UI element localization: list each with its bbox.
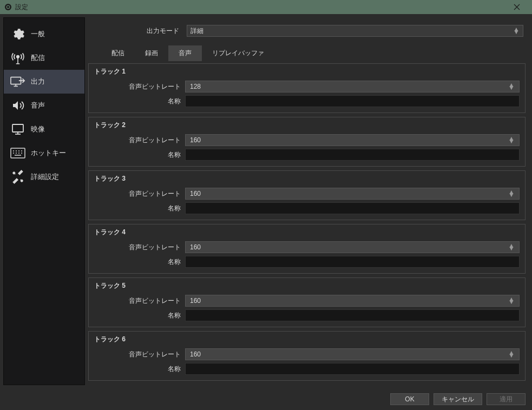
sidebar-item-advanced[interactable]: 詳細設定: [4, 165, 84, 189]
tab-replay-buffer[interactable]: リプレイバッファ: [202, 45, 274, 61]
svg-point-3: [17, 56, 19, 58]
output-mode-label: 出力モード: [90, 27, 182, 36]
sidebar-item-label: ホットキー: [31, 148, 66, 158]
select-arrows-icon: ▲▼: [508, 352, 515, 357]
window-body: 一般 配信 出力 音声 映像: [0, 14, 532, 388]
sidebar-item-label: 出力: [31, 77, 45, 87]
track-bitrate-label: 音声ビットレート: [94, 296, 181, 306]
broadcast-icon: [10, 51, 25, 64]
output-icon: [10, 75, 25, 88]
sidebar-item-label: 音声: [31, 101, 45, 110]
track-group: トラック 2 音声ビットレート 160 ▲▼ 名称: [88, 117, 526, 167]
output-mode-value: 詳細: [191, 27, 203, 36]
tools-icon: [10, 170, 25, 183]
track-name-input[interactable]: [185, 256, 520, 268]
sidebar-item-label: 詳細設定: [31, 172, 59, 182]
track-name-label: 名称: [94, 365, 181, 374]
track-bitrate-select[interactable]: 160 ▲▼: [185, 134, 520, 146]
track-name-input[interactable]: [185, 95, 520, 107]
track-bitrate-label: 音声ビットレート: [94, 136, 181, 145]
track-bitrate-value: 128: [190, 83, 201, 90]
track-name-row: 名称: [94, 95, 520, 107]
track-bitrate-select[interactable]: 128 ▲▼: [185, 81, 520, 92]
select-arrows-icon: ▲▼: [508, 84, 515, 89]
track-bitrate-select[interactable]: 160 ▲▼: [185, 241, 520, 253]
track-bitrate-label: 音声ビットレート: [94, 350, 181, 359]
track-bitrate-row: 音声ビットレート 160 ▲▼: [94, 241, 520, 253]
tracks-container: トラック 1 音声ビットレート 128 ▲▼ 名称 トラック 2 音声ビットレー…: [88, 63, 526, 382]
track-bitrate-select[interactable]: 160 ▲▼: [185, 188, 520, 200]
select-arrows-icon: ▲▼: [508, 137, 515, 143]
cancel-button[interactable]: キャンセル: [434, 393, 482, 405]
track-bitrate-label: 音声ビットレート: [94, 243, 181, 252]
track-bitrate-label: 音声ビットレート: [94, 189, 181, 199]
track-name-label: 名称: [94, 257, 181, 267]
track-name-input[interactable]: [185, 202, 520, 214]
sidebar-item-hotkeys[interactable]: ホットキー: [4, 141, 84, 165]
track-group: トラック 3 音声ビットレート 160 ▲▼ 名称: [88, 170, 526, 220]
speaker-icon: [10, 99, 25, 112]
window-title: 設定: [15, 3, 28, 12]
sidebar-item-stream[interactable]: 配信: [4, 46, 84, 70]
sidebar-item-label: 配信: [31, 53, 45, 63]
track-bitrate-row: 音声ビットレート 160 ▲▼: [94, 295, 520, 307]
svg-rect-12: [11, 148, 25, 158]
titlebar-left: 設定: [4, 3, 28, 12]
track-name-label: 名称: [94, 97, 181, 106]
sidebar-item-output[interactable]: 出力: [4, 70, 84, 94]
svg-point-2: [7, 6, 9, 8]
track-name-input[interactable]: [185, 309, 520, 321]
track-bitrate-value: 160: [190, 190, 201, 197]
track-title: トラック 5: [94, 281, 520, 290]
track-bitrate-label: 音声ビットレート: [94, 82, 181, 91]
select-arrows-icon: ▲▼: [513, 28, 520, 34]
track-title: トラック 1: [94, 67, 520, 76]
track-bitrate-select[interactable]: 160 ▲▼: [185, 348, 520, 360]
track-name-label: 名称: [94, 311, 181, 320]
apply-button[interactable]: 適用: [487, 393, 526, 405]
track-title: トラック 4: [94, 228, 520, 237]
track-name-row: 名称: [94, 309, 520, 321]
track-group: トラック 6 音声ビットレート 160 ▲▼ 名称: [88, 331, 526, 381]
track-bitrate-value: 160: [190, 351, 201, 358]
track-title: トラック 2: [94, 121, 520, 130]
sidebar-item-video[interactable]: 映像: [4, 117, 84, 141]
output-mode-row: 出力モード 詳細 ▲▼: [88, 25, 526, 37]
tab-record[interactable]: 録画: [135, 45, 168, 61]
track-bitrate-value: 160: [190, 136, 201, 144]
sidebar-item-audio[interactable]: 音声: [4, 94, 84, 117]
track-bitrate-row: 音声ビットレート 160 ▲▼: [94, 188, 520, 200]
track-title: トラック 3: [94, 174, 520, 183]
track-name-row: 名称: [94, 256, 520, 268]
track-name-input[interactable]: [185, 363, 520, 375]
track-bitrate-row: 音声ビットレート 160 ▲▼: [94, 134, 520, 146]
track-name-input[interactable]: [185, 149, 520, 161]
track-bitrate-value: 160: [190, 243, 201, 251]
titlebar: 設定: [0, 0, 532, 14]
output-mode-select[interactable]: 詳細 ▲▼: [187, 25, 523, 37]
track-name-label: 名称: [94, 150, 181, 160]
track-bitrate-row: 音声ビットレート 128 ▲▼: [94, 81, 520, 92]
tab-stream[interactable]: 配信: [101, 45, 135, 61]
track-title: トラック 6: [94, 335, 520, 344]
tab-audio[interactable]: 音声: [168, 45, 202, 61]
track-group: トラック 1 音声ビットレート 128 ▲▼ 名称: [88, 63, 526, 113]
track-bitrate-row: 音声ビットレート 160 ▲▼: [94, 348, 520, 360]
track-bitrate-value: 160: [190, 297, 201, 305]
tabs: 配信 録画 音声 リプレイバッファ: [88, 45, 526, 61]
ok-button[interactable]: OK: [390, 393, 429, 405]
select-arrows-icon: ▲▼: [508, 191, 515, 196]
track-name-row: 名称: [94, 363, 520, 375]
select-arrows-icon: ▲▼: [508, 244, 515, 250]
sidebar-item-general[interactable]: 一般: [4, 22, 84, 46]
keyboard-icon: [10, 147, 25, 160]
track-group: トラック 5 音声ビットレート 160 ▲▼ 名称: [88, 277, 526, 327]
close-button[interactable]: [506, 0, 528, 14]
sidebar-item-label: 一般: [31, 29, 45, 39]
app-icon: [4, 3, 12, 11]
sidebar-item-label: 映像: [31, 124, 45, 134]
track-name-row: 名称: [94, 149, 520, 161]
monitor-icon: [10, 123, 25, 136]
sidebar: 一般 配信 出力 音声 映像: [3, 17, 85, 385]
track-bitrate-select[interactable]: 160 ▲▼: [185, 295, 520, 307]
